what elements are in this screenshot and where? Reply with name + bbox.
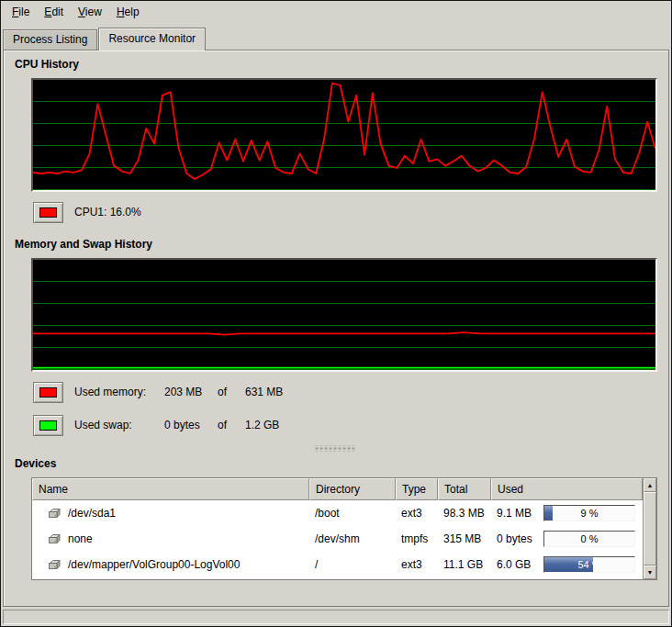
device-used-cell: 9.1 MB 9 %: [491, 505, 643, 521]
device-usage-bar: 9 %: [543, 505, 635, 521]
memory-of-label: of: [218, 386, 245, 398]
menu-view[interactable]: View: [71, 3, 109, 21]
scroll-down-button[interactable]: ▼: [644, 565, 656, 579]
device-name: none: [68, 532, 93, 545]
device-used-cell: 0 bytes 0 %: [491, 531, 643, 547]
memory-legend: Used memory: 203 MB of 631 MB: [33, 381, 657, 403]
swap-color-button[interactable]: [33, 415, 63, 436]
vertical-scrollbar: ▲ ▼: [643, 478, 656, 579]
device-total: 11.1 GB: [438, 558, 491, 571]
device-used: 9.1 MB: [497, 507, 532, 520]
memory-history-graph: [31, 258, 657, 372]
device-name-cell: /dev/sda1: [32, 507, 309, 520]
menu-help[interactable]: Help: [109, 3, 147, 21]
swap-legend: Used swap: 0 bytes of 1.2 GB: [33, 414, 657, 436]
device-directory: /boot: [309, 507, 396, 520]
column-header-used[interactable]: Used: [491, 478, 643, 500]
memory-legend-label: Used memory:: [74, 386, 164, 398]
memory-color-button[interactable]: [33, 382, 63, 403]
device-row-logvol[interactable]: /dev/mapper/VolGroup00-LogVol00 / ext3 1…: [32, 552, 643, 577]
device-usage-bar: 0 %: [543, 531, 635, 547]
memory-history-title: Memory and Swap History: [15, 238, 661, 251]
scroll-up-icon: ▲: [647, 482, 654, 488]
system-monitor-window: File Edit View Help Process Listing Reso…: [0, 0, 672, 627]
scroll-up-button[interactable]: ▲: [644, 478, 656, 492]
menu-file[interactable]: File: [5, 3, 37, 21]
column-header-name[interactable]: Name: [32, 478, 309, 500]
memory-graph-canvas: [33, 260, 655, 370]
tab-bar: Process Listing Resource Monitor: [3, 25, 669, 50]
disk-icon: [47, 558, 62, 571]
column-header-directory[interactable]: Directory: [309, 478, 396, 500]
scroll-down-icon: ▼: [647, 569, 654, 576]
device-name: /dev/sda1: [68, 507, 116, 520]
column-header-type[interactable]: Type: [396, 478, 438, 500]
pane-resize-grip[interactable]: [314, 445, 356, 452]
cpu-legend-label: CPU1: 16.0%: [74, 206, 141, 218]
device-directory: /dev/shm: [309, 532, 396, 545]
device-used-cell: 6.0 GB 54 %: [491, 556, 643, 573]
cpu-color-button[interactable]: [33, 202, 63, 223]
swap-total-value: 1.2 GB: [245, 419, 279, 431]
devices-table-header: Name Directory Type Total Used: [32, 478, 643, 500]
usage-bar-label: 9 %: [544, 506, 634, 521]
memory-used-value: 203 MB: [164, 386, 218, 398]
swap-legend-label: Used swap:: [74, 419, 164, 431]
menubar: File Edit View Help: [1, 1, 671, 23]
swap-used-value: 0 bytes: [164, 419, 218, 431]
cpu-history-title: CPU History: [15, 58, 661, 71]
device-name: /dev/mapper/VolGroup00-LogVol00: [68, 558, 240, 571]
cpu-graph-canvas: [33, 80, 655, 190]
devices-table: Name Directory Type Total Used: [31, 477, 657, 580]
devices-table-main: Name Directory Type Total Used: [32, 478, 643, 579]
device-used: 0 bytes: [497, 532, 532, 545]
cpu-color-swatch: [39, 207, 57, 218]
device-row-shm[interactable]: none /dev/shm tmpfs 315 MB 0 bytes 0 %: [32, 526, 643, 552]
tab-process-listing[interactable]: Process Listing: [3, 29, 97, 50]
memory-color-swatch: [39, 387, 57, 397]
notebook: Process Listing Resource Monitor CPU His…: [1, 23, 671, 607]
memory-total-value: 631 MB: [245, 386, 283, 398]
resource-monitor-page: CPU History CPU1: 16.0% Memory and Swap …: [3, 50, 669, 607]
device-total: 315 MB: [438, 532, 491, 545]
device-row-sda1[interactable]: /dev/sda1 /boot ext3 98.3 MB 9.1 MB 9 %: [32, 500, 643, 526]
disk-icon: [47, 532, 62, 545]
device-name-cell: /dev/mapper/VolGroup00-LogVol00: [32, 558, 309, 571]
menu-edit[interactable]: Edit: [37, 3, 71, 21]
devices-title: Devices: [15, 457, 661, 470]
tab-resource-monitor[interactable]: Resource Monitor: [98, 28, 206, 50]
disk-icon: [47, 507, 62, 520]
cpu-history-graph: [31, 78, 657, 192]
device-total: 98.3 MB: [438, 507, 491, 520]
usage-bar-label: 0 %: [544, 532, 634, 546]
status-bar: [3, 610, 669, 624]
device-type: tmpfs: [396, 532, 438, 545]
devices-table-body: /dev/sda1 /boot ext3 98.3 MB 9.1 MB 9 %: [32, 500, 643, 579]
device-used: 6.0 GB: [497, 558, 531, 571]
device-type: ext3: [396, 558, 438, 571]
swap-of-label: of: [218, 419, 245, 431]
cpu-legend: CPU1: 16.0%: [33, 201, 657, 223]
device-type: ext3: [396, 507, 438, 520]
usage-bar-label: 54 %: [544, 557, 634, 572]
column-header-total[interactable]: Total: [438, 478, 491, 500]
device-directory: /: [309, 558, 396, 571]
swap-color-swatch: [39, 420, 57, 431]
scrollbar-thumb[interactable]: [644, 492, 656, 565]
device-name-cell: none: [32, 532, 309, 545]
device-usage-bar: 54 %: [543, 556, 635, 573]
